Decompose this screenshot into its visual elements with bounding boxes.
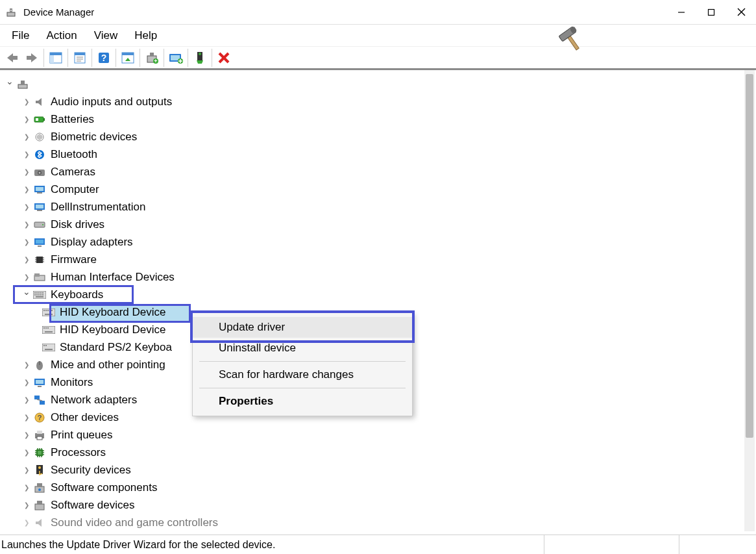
tree-item-print[interactable]: Print queues [4, 426, 753, 444]
tree-item-swcomp[interactable]: Software components [4, 479, 753, 496]
toolbar-help-button[interactable]: ? [94, 48, 114, 68]
minimize-button[interactable] [666, 0, 696, 25]
svg-rect-100 [34, 396, 40, 399]
toolbar-forward-button[interactable] [22, 48, 42, 68]
svg-point-2 [10, 10, 12, 11]
chevron-right-icon[interactable] [21, 268, 32, 286]
chevron-right-icon[interactable] [21, 128, 32, 145]
tree-item-cameras[interactable]: Cameras [4, 163, 753, 181]
tree-item-hid[interactable]: Human Interface Devices [4, 268, 753, 286]
toolbar-back-button[interactable] [3, 48, 22, 68]
svg-rect-125 [37, 483, 42, 487]
tree-item-keyboards[interactable]: Keyboards [4, 286, 753, 303]
chevron-right-icon[interactable] [21, 461, 32, 479]
chevron-right-icon[interactable] [21, 391, 32, 409]
svg-point-41 [38, 134, 42, 139]
toolbar-properties-button[interactable] [70, 48, 90, 68]
chevron-right-icon[interactable] [21, 181, 32, 198]
toolbar-console-tree-button[interactable] [46, 48, 66, 68]
svg-rect-38 [43, 118, 45, 121]
computer-root-icon [16, 77, 30, 92]
chevron-right-icon[interactable] [21, 426, 32, 444]
svg-rect-66 [34, 273, 40, 277]
tree-item-batteries[interactable]: Batteries [4, 110, 753, 128]
chevron-right-icon[interactable] [21, 496, 32, 514]
tree-item-bluetooth[interactable]: Bluetooth [4, 145, 753, 163]
svg-rect-73 [34, 294, 36, 296]
tree-item-computer[interactable]: Computer [4, 181, 753, 198]
chevron-right-icon[interactable] [21, 93, 32, 110]
svg-rect-91 [42, 344, 55, 351]
toolbar-uninstall-button[interactable] [190, 48, 210, 68]
context-menu-scan[interactable]: Scan for hardware changes [193, 364, 412, 385]
display-icon [32, 235, 47, 249]
chevron-right-icon[interactable] [21, 233, 32, 251]
tree-item-security[interactable]: Security devices [4, 461, 753, 479]
window-controls [666, 0, 756, 25]
toolbar-disable-button[interactable] [214, 48, 234, 68]
svg-rect-69 [36, 292, 38, 294]
tree-root[interactable] [4, 75, 753, 93]
chevron-right-icon[interactable] [21, 356, 32, 373]
monitor-icon [32, 375, 47, 390]
close-button[interactable] [726, 0, 756, 25]
svg-point-123 [38, 466, 41, 469]
chevron-right-icon[interactable] [21, 145, 32, 163]
keyboard-icon [42, 340, 56, 355]
toolbar-scan-hardware-button[interactable] [118, 48, 138, 68]
tree-item-disk[interactable]: Disk drives [4, 216, 753, 233]
menu-view[interactable]: View [88, 27, 125, 45]
device-tree[interactable]: Audio inputs and outputs Batteries Biome… [0, 70, 756, 531]
svg-point-126 [38, 488, 41, 491]
chevron-right-icon[interactable] [21, 216, 32, 233]
tree-item-audio[interactable]: Audio inputs and outputs [4, 93, 753, 110]
menu-file[interactable]: File [5, 27, 36, 45]
svg-rect-71 [40, 292, 42, 294]
svg-text:?: ? [38, 414, 42, 422]
svg-text:?: ? [101, 53, 107, 63]
chevron-right-icon[interactable] [21, 163, 32, 181]
context-menu-update-driver[interactable]: Update driver [193, 317, 412, 338]
svg-rect-85 [45, 314, 53, 315]
svg-rect-16 [75, 53, 85, 55]
chevron-right-icon[interactable] [21, 409, 32, 426]
svg-rect-11 [27, 56, 32, 60]
tree-item-swdev[interactable]: Software devices [4, 496, 753, 514]
maximize-button[interactable] [696, 0, 726, 25]
svg-point-54 [42, 224, 43, 225]
toolbar-update-driver-button[interactable] [166, 48, 186, 68]
chevron-down-icon[interactable] [21, 286, 32, 304]
chevron-right-icon[interactable] [21, 444, 32, 461]
bluetooth-icon [32, 147, 47, 162]
chevron-right-icon[interactable] [21, 110, 32, 128]
chevron-right-icon[interactable] [21, 373, 32, 391]
toolbar-add-legacy-button[interactable]: + [142, 48, 162, 68]
svg-line-102 [37, 399, 42, 401]
chevron-right-icon[interactable] [21, 479, 32, 496]
tree-item-sound[interactable]: Sound video and game controllers [4, 514, 753, 531]
tree-item-biometric[interactable]: Biometric devices [4, 128, 753, 145]
svg-rect-56 [36, 240, 43, 244]
chevron-down-icon[interactable] [4, 75, 16, 94]
chevron-right-icon[interactable] [21, 251, 32, 268]
svg-rect-79 [42, 308, 55, 316]
svg-rect-51 [36, 205, 43, 208]
context-menu-uninstall[interactable]: Uninstall device [193, 338, 412, 359]
tree-item-firmware[interactable]: Firmware [4, 251, 753, 268]
sound-icon [32, 516, 47, 530]
chevron-right-icon[interactable] [21, 514, 32, 531]
svg-rect-10 [12, 56, 18, 60]
svg-rect-90 [45, 331, 53, 333]
tree-item-dell[interactable]: DellInstrumentation [4, 198, 753, 216]
chevron-right-icon[interactable] [21, 198, 32, 216]
svg-rect-39 [36, 118, 38, 121]
context-menu-properties[interactable]: Properties [193, 391, 412, 412]
tree-item-processors[interactable]: Processors [4, 444, 753, 461]
menu-action[interactable]: Action [40, 27, 83, 45]
menu-help[interactable]: Help [128, 27, 164, 45]
svg-rect-36 [21, 81, 25, 84]
tree-item-display[interactable]: Display adapters [4, 233, 753, 251]
app-icon [5, 6, 17, 18]
scrollbar-thumb[interactable] [746, 74, 753, 438]
svg-rect-48 [36, 187, 43, 191]
